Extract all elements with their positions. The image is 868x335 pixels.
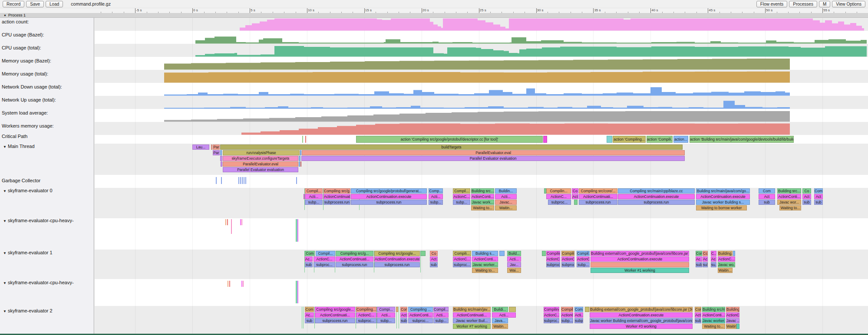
trace-slice-act[interactable]: Act [572,194,578,199]
trace-slice-building-external-com-google-protobuf-ja[interactable]: Building external/com_google_protobuf/ja… [590,307,693,312]
trace-slice-actionc[interactable]: ActionC... [561,256,574,262]
trace-slice-mag[interactable] [304,194,304,199]
trace-slice-compiling-src-g[interactable]: Compiling src/g... [323,188,350,194]
trace-slice-actionc[interactable]: ActionC... [577,256,590,262]
trace-slice-actioncontinuati[interactable]: ActionContinuati... [323,194,350,199]
event-tick[interactable] [240,177,241,184]
trace-slice-building[interactable]: Building... [718,251,733,256]
trace-slice-act[interactable]: Act [400,312,407,318]
collapse-arrow-icon[interactable]: ▼ [2,309,8,313]
trace-slice-com[interactable]: Com [305,251,315,256]
trace-slice-sub[interactable]: sub [695,318,701,323]
event-tick[interactable] [305,136,306,143]
cpu-total-chart[interactable] [0,44,868,57]
track-label-skyframe-evaluator-cpu-heavy-15[interactable]: ▼skyframe-evaluator-cpu-heavy- [2,280,74,285]
trace-slice-vio[interactable] [221,161,222,167]
trace-slice-subp[interactable]: subp... [453,200,470,205]
trace-slice-com[interactable]: Com [695,307,701,312]
trace-slice-actioncontinuation-execute[interactable]: ActionContinuation.execute [618,194,695,199]
trace-slice-worker-1-working[interactable]: Worker #1 working [591,268,689,273]
trace-slice-actionc[interactable]: ActionC... [546,194,571,199]
trace-slice-actioncontinuation-execute[interactable]: ActionContinuation.execute [591,256,689,262]
trace-slice-actioncontinuation-execute[interactable]: ActionContinuation.execute [590,312,693,318]
trace-slice-compiling[interactable]: Compiling ... [408,307,433,312]
trace-slice-subprocess-run[interactable]: subprocess.run [315,318,355,323]
trace-slice-subp[interactable]: subp... [377,318,395,323]
trace-slice-acti[interactable]: Acti... [507,256,521,262]
trace-slice-kha[interactable] [509,307,516,312]
trace-slice-act[interactable]: Act [759,194,775,199]
trace-slice-co[interactable]: Co [572,188,578,194]
trace-slice-building-s[interactable]: Building s... [472,251,498,256]
trace-slice-subprocess-run[interactable]: subprocess.run [351,200,427,205]
trace-slice-blu[interactable] [300,150,301,155]
trace-slice-sub[interactable]: sub [305,318,314,323]
event-tick[interactable] [241,219,242,225]
event-tick[interactable] [297,281,298,303]
trace-slice-compiling-src-google[interactable]: Compiling src/google... [315,307,355,312]
trace-slice-grn[interactable] [574,200,578,205]
trace-slice-waiting-to[interactable]: Waiting to... [702,324,725,329]
trace-slice-subproc[interactable]: subproc... [408,318,433,323]
trace-slice-actionc[interactable]: ActionC... [356,312,376,318]
collapse-arrow-icon[interactable]: ▼ [2,251,8,255]
trace-slice-acti[interactable]: Acti... [495,194,517,199]
trace-slice-compi[interactable]: Compi... [377,307,395,312]
mem-bazel-chart[interactable] [0,57,868,70]
trace-slice-su[interactable]: su... [711,262,716,267]
trace-slice-sal[interactable] [211,145,212,150]
trace-slice-vio[interactable] [220,156,222,161]
trace-slice-par[interactable]: Par [213,145,220,150]
event-tick[interactable] [231,219,232,234]
trace-slice-blu[interactable] [733,251,735,256]
trace-slice-compiling-src-google[interactable]: Compiling src/google... [374,251,420,256]
collapse-arrow-icon[interactable]: ▼ [2,189,8,193]
trace-slice-sub[interactable]: sub [703,262,708,267]
flow-events-button[interactable]: Flow events [756,1,787,7]
track-label-skyframe-evaluator-cpu-heavy-13[interactable]: ▼skyframe-evaluator-cpu-heavy- [2,218,74,223]
trace-slice-buildin[interactable]: Buildin... [495,188,517,194]
trace-slice-javac-wor[interactable]: Javac wor... [777,200,801,205]
event-tick[interactable] [296,177,297,184]
process-header[interactable]: ▼Process 1 [0,13,868,18]
trace-slice-compil[interactable]: Compil... [433,307,449,312]
event-tick[interactable] [399,307,399,328]
trace-slice-waiting-to[interactable]: Waiting to... [471,205,494,210]
event-tick[interactable] [240,219,241,225]
trace-slice-sub[interactable]: sub [802,200,811,205]
trace-slice-subprocess-run[interactable]: subprocess.run [336,262,373,267]
trace-slice-runanalysisphase[interactable]: runAnalysisPhase [223,150,300,155]
trace-slice-act[interactable]: Act [814,194,823,199]
trace-slice-compil[interactable]: Compil... [561,307,573,312]
event-tick[interactable] [227,219,228,225]
trace-slice-parallelevaluator-eval[interactable]: ParallelEvaluator.eval [223,161,298,167]
trace-slice-sub[interactable]: sub [759,200,775,205]
trace-slice-subp[interactable]: subp... [561,318,573,323]
trace-slice-actioncontinuati[interactable]: ActionContinuati... [453,312,491,318]
trace-slice-c[interactable]: C... [711,251,716,256]
trace-slice-grn[interactable] [420,251,426,256]
trace-slice-acti[interactable]: Acti... [433,312,449,318]
save-button[interactable]: Save [26,1,44,7]
load-button[interactable]: Load [46,1,63,7]
trace-slice-subp[interactable]: subp... [429,200,443,205]
trace-slice-actioncontinuation-execute[interactable]: ActionContinuation.execute [374,256,420,262]
trace-slice-javac-worker-building-s[interactable]: Javac worker Building s... [696,200,750,205]
trace-slice-parallel-evaluator-evaluation[interactable]: Parallel Evaluator evaluation [301,156,685,161]
trace-slice-subproc[interactable]: subproc... [356,318,376,323]
event-tick[interactable] [229,281,230,287]
trace-slice-action-compili[interactable]: action 'Compili... [647,136,673,143]
trace-slice-action[interactable]: action... [673,136,688,143]
trace-slice-buildi[interactable]: Buildi... [492,307,508,312]
trace-slice-par[interactable]: Par [213,150,220,155]
event-tick[interactable] [216,177,217,184]
trace-slice-actionconti[interactable]: ActionConti... [472,256,498,262]
trace-slice-actioncontinuati[interactable]: ActionContinuati... [579,194,617,199]
trace-slice-actioncontinuati[interactable]: ActionContinuati... [336,256,373,262]
trace-slice-sub[interactable]: sub [400,318,407,323]
event-tick[interactable] [302,136,303,143]
trace-slice-red[interactable] [300,161,301,167]
trace-slice-com[interactable]: Com... [574,307,583,312]
processes-button[interactable]: Processes [789,1,817,7]
track-label-main-thread-10[interactable]: ▼Main Thread [2,144,35,149]
